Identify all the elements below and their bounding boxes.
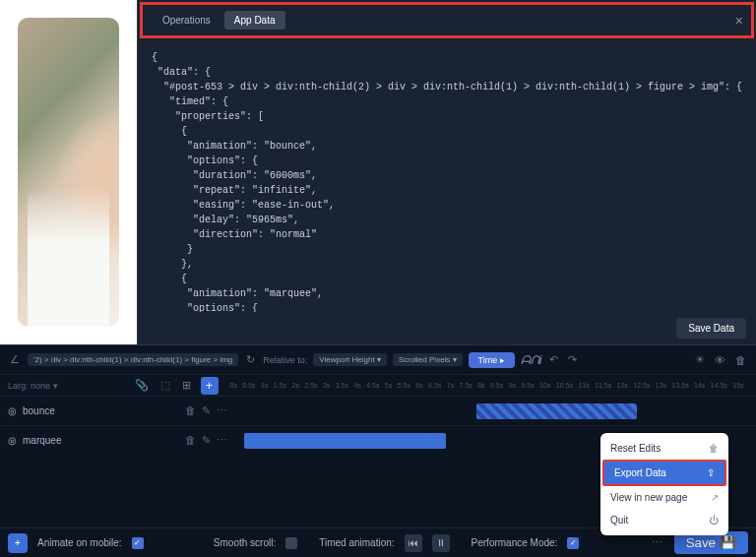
tabs-row: Operations App Data × bbox=[140, 2, 754, 38]
ctx-export-data[interactable]: Export Data ⇪ bbox=[602, 460, 726, 486]
attach-icon[interactable]: 📎 bbox=[133, 377, 151, 394]
redo-icon[interactable]: ↷ bbox=[566, 351, 579, 368]
tab-app-data[interactable]: App Data bbox=[224, 11, 285, 30]
ctx-quit[interactable]: Quit ⏻ bbox=[600, 509, 728, 531]
context-menu: Reset Edits 🗑 Export Data ⇪ View in new … bbox=[600, 433, 728, 535]
more-icon[interactable]: ⋯ bbox=[217, 404, 227, 417]
add-track-button[interactable]: + bbox=[201, 377, 219, 395]
trash-icon[interactable]: 🗑 bbox=[733, 352, 748, 368]
code-view[interactable]: { "data": { "#post-653 > div > div:nth-c… bbox=[138, 40, 756, 312]
smooth-scroll-label: Smooth scroll: bbox=[214, 537, 276, 548]
scrolled-select[interactable]: Scrolled Pixels ▾ bbox=[393, 353, 463, 366]
track-bar[interactable] bbox=[476, 403, 638, 419]
time-button[interactable]: Time ▸ bbox=[469, 352, 515, 368]
animate-mobile-label: Animate on mobile: bbox=[37, 537, 122, 548]
trash-icon[interactable]: 🗑 bbox=[185, 434, 196, 447]
plus-outline-icon[interactable]: ⊞ bbox=[180, 377, 193, 394]
smooth-scroll-checkbox[interactable] bbox=[285, 537, 297, 549]
preview-panel bbox=[0, 0, 137, 344]
timeline-ruler[interactable]: 0s0.5s1s1.5s2s2.5s3s3.5s4s4.5s5s5.5s6s6.… bbox=[226, 375, 748, 396]
more-icon[interactable]: ⋯ bbox=[217, 434, 227, 447]
ctx-view-new-page[interactable]: View in new page ↗ bbox=[600, 486, 728, 509]
more-icon[interactable]: ⋯ bbox=[650, 534, 664, 551]
performance-mode-checkbox[interactable]: ✓ bbox=[567, 537, 579, 549]
edit-icon[interactable]: ✎ bbox=[202, 404, 211, 417]
timed-animation-label: Timed animation: bbox=[319, 537, 394, 548]
eye-icon[interactable]: 👁 bbox=[713, 352, 727, 368]
layers-icon[interactable]: ⬚ bbox=[158, 377, 172, 394]
data-panel: Operations App Data × { "data": { "#post… bbox=[137, 0, 756, 344]
brightness-icon[interactable]: ☀ bbox=[693, 351, 707, 368]
track-row: ◎bounce🗑✎⋯ bbox=[0, 396, 756, 425]
viewport-select[interactable]: Viewport Height ▾ bbox=[313, 353, 387, 366]
tab-operations[interactable]: Operations bbox=[153, 11, 220, 30]
ctx-reset-edits[interactable]: Reset Edits 🗑 bbox=[600, 437, 728, 460]
breadcrumb[interactable]: '2) > div > div:nth-child(1) > div:nth-c… bbox=[28, 353, 238, 366]
ani-logo: ᗩᑎi bbox=[521, 353, 542, 367]
preview-image bbox=[18, 18, 119, 327]
toolbar: ∠ '2) > div > div:nth-child(1) > div:nth… bbox=[0, 344, 756, 374]
power-icon: ⏻ bbox=[709, 515, 719, 526]
trash-icon[interactable]: 🗑 bbox=[185, 404, 196, 417]
timeline-header: Larg: none ▾ 📎 ⬚ ⊞ + 0s0.5s1s1.5s2s2.5s3… bbox=[0, 374, 756, 396]
undo-icon[interactable]: ↶ bbox=[547, 351, 560, 368]
track-timeline[interactable] bbox=[244, 403, 748, 419]
target-icon: ◎ bbox=[8, 435, 17, 446]
close-icon[interactable]: × bbox=[735, 13, 743, 29]
target-icon: ◎ bbox=[8, 405, 17, 416]
external-link-icon: ↗ bbox=[711, 492, 719, 503]
upload-icon: ⇪ bbox=[707, 467, 715, 478]
add-button[interactable]: + bbox=[8, 533, 28, 553]
breakpoint-label: Larg: none ▾ bbox=[8, 381, 58, 391]
track-label[interactable]: ◎bounce bbox=[8, 405, 185, 416]
prev-frame-button[interactable]: ⏮ bbox=[405, 534, 422, 552]
track-label[interactable]: ◎marquee bbox=[8, 435, 185, 446]
edit-icon[interactable]: ✎ bbox=[202, 434, 211, 447]
animate-mobile-checkbox[interactable]: ✓ bbox=[132, 537, 144, 549]
save-data-button[interactable]: Save Data bbox=[676, 318, 746, 339]
track-bar[interactable] bbox=[244, 433, 446, 449]
trash-icon: 🗑 bbox=[709, 443, 719, 454]
performance-mode-label: Performance Mode: bbox=[472, 537, 558, 548]
save-icon: 💾 bbox=[720, 535, 736, 550]
relative-to-label: Relative to: bbox=[263, 355, 307, 365]
pause-button[interactable]: ⏸ bbox=[432, 534, 450, 552]
refresh-icon[interactable]: ↻ bbox=[244, 351, 257, 368]
back-icon[interactable]: ∠ bbox=[8, 351, 22, 368]
